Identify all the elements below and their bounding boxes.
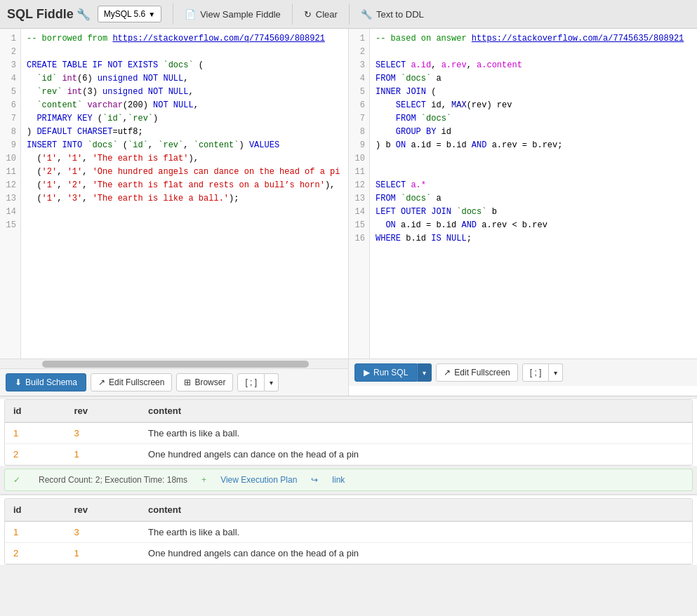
line-num: 2 [6,46,16,59]
col-rev-header: rev [65,400,140,422]
table-row: 2 1 One hundred angels can dance on the … [5,444,692,465]
results-2-container: id rev content 1 3 The earth is like a b… [0,494,697,565]
cell2-id: 2 [5,543,65,564]
results-1-table-wrapper: id rev content 1 3 The earth is like a b… [4,399,693,466]
left-code-content[interactable]: -- borrowed from https://stackoverflow.c… [21,29,348,359]
cell-content: One hundred angels can dance on the head… [140,444,692,465]
col-id-header: id [5,400,65,422]
right-format-button[interactable]: [ ; ] [522,363,550,382]
line-num: 10 [6,152,16,166]
cell-id: 2 [5,444,65,465]
line-num: 9 [6,139,16,152]
col2-content-header: content [140,499,692,521]
cell2-rev: 1 [65,543,140,564]
run-sql-button[interactable]: ▶ Run SQL [354,363,417,382]
chevron-down-icon: ▼ [148,11,155,18]
status-bar: ✓ Record Count: 2; Execution Time: 18ms … [4,469,693,491]
nav-divider-1 [173,4,173,25]
left-editor-toolbar: ⬇ Build Schema ↗ Edit Fullscreen ⊞ Brows… [0,368,348,396]
logo-icon: 🔧 [77,8,91,21]
browser-label: Browser [194,377,225,387]
logo-text: SQL Fiddle [7,7,74,22]
browser-icon: ⊞ [184,377,191,387]
right-code-content[interactable]: -- based on answer https://stackoverflow… [370,29,697,359]
table-row: 2 1 One hundred angels can dance on the … [5,543,692,564]
link-link[interactable]: link [332,475,345,485]
results-1-table: id rev content 1 3 The earth is like a b… [5,400,692,465]
table-row: 1 3 The earth is like a ball. [5,422,692,444]
line-num: 2 [354,46,365,59]
cell2-id: 1 [5,521,65,543]
browser-button[interactable]: ⊞ Browser [176,373,233,391]
col-content-header: content [140,400,692,422]
db-selector[interactable]: MySQL 5.6 ▼ [98,6,161,22]
run-icon: ▶ [364,368,370,377]
nav-divider-3 [349,4,350,25]
line-num: 15 [6,219,16,232]
line-num: 3 [354,59,365,72]
results-1-header-row: id rev content [5,400,692,422]
sample-icon: 📄 [185,9,196,20]
fullscreen-icon: ↗ [98,377,105,387]
line-num: 12 [6,179,16,192]
right-fullscreen-label: Edit Fullscreen [454,368,510,377]
line-num: 14 [6,206,16,219]
refresh-icon: ↻ [304,9,312,20]
clear-label: Clear [316,9,338,20]
line-num: 13 [354,192,365,206]
fullscreen-icon2: ↗ [444,368,451,377]
line-num: 4 [354,72,365,86]
run-sql-split: ▶ Run SQL ▾ [354,363,432,382]
left-format-split: [ ; ] ▾ [237,373,279,391]
right-format-caret[interactable]: ▾ [549,363,563,382]
line-num: 9 [354,139,365,152]
line-num: 11 [6,166,16,179]
wrench-icon: 🔧 [361,9,372,20]
view-execution-plan-link[interactable]: View Execution Plan [220,475,297,485]
line-num: 7 [354,112,365,126]
right-fullscreen-button[interactable]: ↗ Edit Fullscreen [436,363,517,382]
run-sql-label: Run SQL [373,368,408,377]
run-sql-caret[interactable]: ▾ [417,363,432,382]
line-num: 6 [6,99,16,112]
plus-icon: + [201,475,206,485]
build-schema-button[interactable]: ⬇ Build Schema [6,373,86,391]
view-sample-label: View Sample Fiddle [200,9,281,20]
line-num: 6 [354,99,365,112]
left-scroll-thumb[interactable] [42,361,309,368]
right-format-split: [ ; ] ▾ [522,363,564,382]
cell2-rev: 3 [65,521,140,543]
left-scrollbar[interactable] [0,359,348,368]
results-2-table: id rev content 1 3 The earth is like a b… [5,499,692,564]
view-sample-button[interactable]: 📄 View Sample Fiddle [175,0,291,29]
text-to-ddl-button[interactable]: 🔧 Text to DDL [351,0,434,29]
cell-rev: 3 [65,422,140,444]
results-1-container: id rev content 1 3 The earth is like a b… [0,399,697,466]
line-num: 1 [6,32,16,46]
line-num: 10 [354,152,365,166]
results-2-table-wrapper: id rev content 1 3 The earth is like a b… [4,498,693,565]
left-format-caret[interactable]: ▾ [265,373,279,391]
left-format-button[interactable]: [ ; ] [237,373,265,391]
line-num: 14 [354,206,365,219]
arrow-icon: ↪ [311,475,318,485]
line-num: 5 [6,86,16,99]
line-num: 11 [354,166,365,179]
left-fullscreen-button[interactable]: ↗ Edit Fullscreen [91,373,172,391]
right-code-editor[interactable]: 1 2 3 4 5 6 7 8 9 10 11 12 13 14 15 16 -… [349,29,697,359]
line-num: 3 [6,59,16,72]
cell-content: The earth is like a ball. [140,422,692,444]
col2-id-header: id [5,499,65,521]
cell-rev: 1 [65,444,140,465]
results-2-header-row: id rev content [5,499,692,521]
line-num: 5 [354,86,365,99]
text-to-ddl-label: Text to DDL [376,9,424,20]
left-code-editor[interactable]: 1 2 3 4 5 6 7 8 9 10 11 12 13 14 15 -- b… [0,29,348,359]
build-icon: ⬇ [15,377,22,387]
line-num: 12 [354,179,365,192]
line-num: 16 [354,232,365,246]
right-editor-pane: 1 2 3 4 5 6 7 8 9 10 11 12 13 14 15 16 -… [349,29,697,396]
line-num: 1 [354,32,365,46]
left-fullscreen-label: Edit Fullscreen [109,377,164,387]
clear-button[interactable]: ↻ Clear [294,0,347,29]
